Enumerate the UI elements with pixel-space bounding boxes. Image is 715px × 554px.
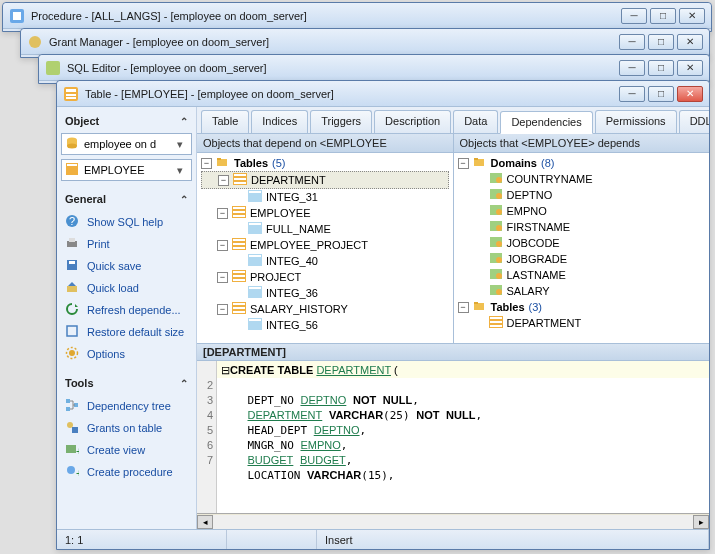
create-view-link[interactable]: +Create view bbox=[61, 439, 192, 461]
tree-node-table[interactable]: −EMPLOYEE_PROJECT bbox=[201, 237, 449, 253]
link-label: Create view bbox=[87, 444, 145, 456]
close-button[interactable]: ✕ bbox=[679, 8, 705, 24]
collapse-icon[interactable]: − bbox=[458, 302, 469, 313]
tree-node-root[interactable]: −Domains (8) bbox=[458, 155, 706, 171]
scroll-track[interactable] bbox=[213, 515, 693, 529]
minimize-button[interactable]: ─ bbox=[619, 34, 645, 50]
general-panel-header[interactable]: General ⌃ bbox=[61, 189, 192, 211]
tab-permissions[interactable]: Permissions bbox=[595, 110, 677, 133]
tree-node-domain[interactable]: JOBCODE bbox=[458, 235, 706, 251]
svg-rect-29 bbox=[72, 427, 78, 433]
tree-node-table[interactable]: −PROJECT bbox=[201, 269, 449, 285]
tree-node-column[interactable]: INTEG_36 bbox=[201, 285, 449, 301]
svg-rect-59 bbox=[249, 287, 261, 289]
collapse-icon[interactable]: − bbox=[217, 208, 228, 219]
tab-data[interactable]: Data bbox=[453, 110, 498, 133]
options-link[interactable]: Options bbox=[61, 343, 192, 365]
collapse-icon[interactable]: − bbox=[217, 240, 228, 251]
link-label: Quick save bbox=[87, 260, 141, 272]
collapse-icon[interactable]: − bbox=[217, 272, 228, 283]
restore-size-link[interactable]: Restore default size bbox=[61, 321, 192, 343]
tree-node-table[interactable]: DEPARTMENT bbox=[458, 315, 706, 331]
close-button[interactable]: ✕ bbox=[677, 86, 703, 102]
tree-node-domain[interactable]: JOBGRADE bbox=[458, 251, 706, 267]
tree-node-column[interactable]: INTEG_31 bbox=[201, 189, 449, 205]
tree-node-root[interactable]: −Tables (3) bbox=[458, 299, 706, 315]
collapse-icon[interactable]: − bbox=[458, 158, 469, 169]
tab-ddl[interactable]: DDL bbox=[679, 110, 709, 133]
svg-rect-5 bbox=[66, 89, 76, 92]
column-icon bbox=[248, 254, 262, 268]
show-sql-help-link[interactable]: ?Show SQL help bbox=[61, 211, 192, 233]
print-link[interactable]: Print bbox=[61, 233, 192, 255]
svg-rect-19 bbox=[67, 286, 77, 292]
svg-point-79 bbox=[496, 257, 502, 263]
bg-title-1: Grant Manager - [employee on doom_server… bbox=[49, 36, 619, 48]
tree-node-domain[interactable]: LASTNAME bbox=[458, 267, 706, 283]
scroll-right-button[interactable]: ▸ bbox=[693, 515, 709, 529]
tab-triggers[interactable]: Triggers bbox=[310, 110, 372, 133]
horizontal-scrollbar[interactable]: ◂ ▸ bbox=[197, 513, 709, 529]
object-panel-header[interactable]: Object ⌃ bbox=[61, 111, 192, 133]
svg-point-2 bbox=[29, 36, 41, 48]
minimize-button[interactable]: ─ bbox=[619, 60, 645, 76]
tree-node-column[interactable]: INTEG_40 bbox=[201, 253, 449, 269]
svg-point-23 bbox=[69, 350, 75, 356]
tree-node-domain[interactable]: FIRSTNAME bbox=[458, 219, 706, 235]
maximize-button[interactable]: □ bbox=[648, 86, 674, 102]
quick-load-link[interactable]: Quick load bbox=[61, 277, 192, 299]
maximize-button[interactable]: □ bbox=[648, 34, 674, 50]
tools-panel-header[interactable]: Tools ⌃ bbox=[61, 373, 192, 395]
svg-rect-47 bbox=[249, 223, 261, 225]
tab-dependencies[interactable]: Dependencies bbox=[500, 111, 592, 134]
svg-rect-53 bbox=[249, 255, 261, 257]
tree-node-table[interactable]: −EMPLOYEE bbox=[201, 205, 449, 221]
create-proc-link[interactable]: +Create procedure bbox=[61, 461, 192, 483]
collapse-icon[interactable]: − bbox=[218, 175, 229, 186]
minimize-button[interactable]: ─ bbox=[619, 86, 645, 102]
database-combo[interactable]: employee on d ▾ bbox=[61, 133, 192, 155]
depended-by-tree[interactable]: −Domains (8)COUNTRYNAMEDEPTNOEMPNOFIRSTN… bbox=[454, 153, 710, 343]
quick-save-link[interactable]: Quick save bbox=[61, 255, 192, 277]
sql-icon bbox=[45, 60, 61, 76]
close-button[interactable]: ✕ bbox=[677, 34, 703, 50]
tree-node-root[interactable]: −Tables (5) bbox=[201, 155, 449, 171]
tab-table[interactable]: Table bbox=[201, 110, 249, 133]
tree-node-column[interactable]: FULL_NAME bbox=[201, 221, 449, 237]
dependency-tree-link[interactable]: Dependency tree bbox=[61, 395, 192, 417]
tree-node-domain[interactable]: EMPNO bbox=[458, 203, 706, 219]
tree-node-table[interactable]: −SALARY_HISTORY bbox=[201, 301, 449, 317]
grants-table-link[interactable]: Grants on table bbox=[61, 417, 192, 439]
tab-description[interactable]: Description bbox=[374, 110, 451, 133]
close-button[interactable]: ✕ bbox=[677, 60, 703, 76]
scroll-left-button[interactable]: ◂ bbox=[197, 515, 213, 529]
object-combo[interactable]: EMPLOYEE ▾ bbox=[61, 159, 192, 181]
collapse-icon[interactable]: − bbox=[201, 158, 212, 169]
tree-node-table[interactable]: −DEPARTMENT bbox=[201, 171, 449, 189]
svg-rect-66 bbox=[474, 159, 484, 166]
svg-point-69 bbox=[496, 177, 502, 183]
svg-point-73 bbox=[496, 209, 502, 215]
maximize-button[interactable]: □ bbox=[648, 60, 674, 76]
tab-indices[interactable]: Indices bbox=[251, 110, 308, 133]
refresh-dep-link[interactable]: Refresh depende... bbox=[61, 299, 192, 321]
domain-icon bbox=[489, 188, 503, 202]
svg-rect-38 bbox=[234, 178, 246, 180]
svg-rect-37 bbox=[234, 174, 246, 176]
tree-node-domain[interactable]: SALARY bbox=[458, 283, 706, 299]
svg-rect-45 bbox=[233, 215, 245, 217]
collapse-icon[interactable]: − bbox=[217, 304, 228, 315]
tree-node-domain[interactable]: DEPTNO bbox=[458, 187, 706, 203]
depends-on-tree[interactable]: −Tables (5)−DEPARTMENTINTEG_31−EMPLOYEEF… bbox=[197, 153, 453, 343]
svg-rect-62 bbox=[233, 307, 245, 309]
minimize-button[interactable]: ─ bbox=[621, 8, 647, 24]
svg-rect-44 bbox=[233, 211, 245, 213]
maximize-button[interactable]: □ bbox=[650, 8, 676, 24]
sql-code[interactable]: ⊟CREATE TABLE DEPARTMENT ( DEPT_NO DEPTN… bbox=[217, 361, 709, 513]
tree-node-column[interactable]: INTEG_56 bbox=[201, 317, 449, 333]
help-icon: ? bbox=[65, 214, 81, 230]
tree-node-domain[interactable]: COUNTRYNAME bbox=[458, 171, 706, 187]
titlebar[interactable]: Table - [EMPLOYEE] - [employee on doom_s… bbox=[57, 81, 709, 107]
table-icon bbox=[232, 302, 246, 316]
svg-rect-85 bbox=[474, 302, 478, 304]
